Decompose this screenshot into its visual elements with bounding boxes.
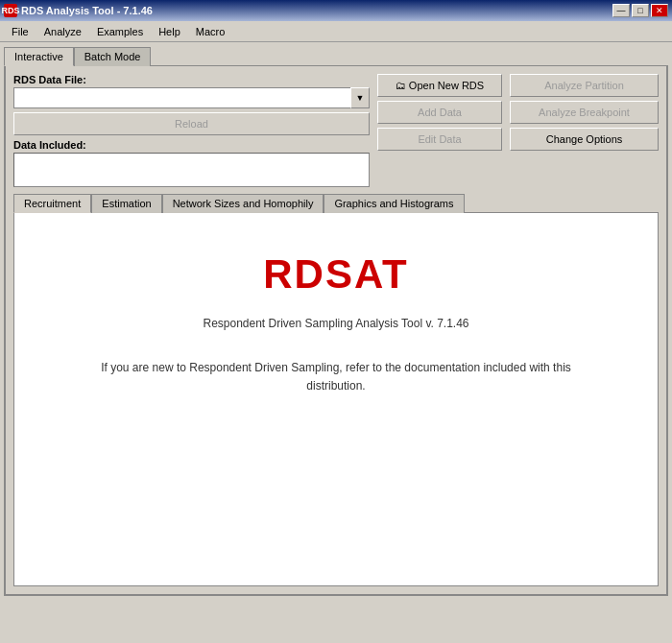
- rdsat-title: RDSAT: [263, 251, 409, 298]
- minimize-button[interactable]: —: [612, 4, 630, 17]
- tab-batch-mode[interactable]: Batch Mode: [74, 47, 152, 66]
- rdsat-subtitle: Respondent Driven Sampling Analysis Tool…: [203, 317, 468, 330]
- menu-help[interactable]: Help: [151, 24, 188, 39]
- data-included-label: Data Included:: [13, 139, 370, 151]
- menu-file[interactable]: File: [4, 24, 36, 39]
- data-included-box: [13, 153, 370, 187]
- rds-file-input[interactable]: [13, 87, 350, 108]
- top-section: RDS Data File: ▼ Reload Data Included: 🗂…: [13, 74, 659, 187]
- analyze-partition-button[interactable]: Analyze Partition: [510, 74, 659, 97]
- menu-bar: File Analyze Examples Help Macro: [0, 21, 672, 42]
- main-content: RDS Data File: ▼ Reload Data Included: 🗂…: [4, 65, 668, 596]
- tab-estimation[interactable]: Estimation: [91, 194, 161, 213]
- menu-examples[interactable]: Examples: [89, 24, 151, 39]
- title-bar-left: RDS RDS Analysis Tool - 7.1.46: [4, 4, 153, 17]
- tab-network-sizes[interactable]: Network Sizes and Homophily: [162, 194, 324, 213]
- close-button[interactable]: ✕: [651, 4, 668, 17]
- middle-buttons: 🗂 Open New RDS Add Data Edit Data: [377, 74, 502, 187]
- title-bar-controls: — □ ✕: [612, 4, 668, 17]
- menu-analyze[interactable]: Analyze: [36, 24, 89, 39]
- title-bar-text: RDS Analysis Tool - 7.1.46: [21, 5, 153, 16]
- rdsat-description: If you are new to Respondent Driven Samp…: [86, 359, 586, 395]
- content-panel: RDSAT Respondent Driven Sampling Analysi…: [13, 212, 659, 586]
- menu-macro[interactable]: Macro: [188, 24, 233, 39]
- file-dropdown-button[interactable]: ▼: [350, 87, 370, 108]
- title-bar: RDS RDS Analysis Tool - 7.1.46 — □ ✕: [0, 0, 672, 21]
- inner-tab-bar: Recruitment Estimation Network Sizes and…: [13, 193, 659, 212]
- edit-data-button[interactable]: Edit Data: [377, 128, 502, 151]
- app-icon: RDS: [4, 4, 17, 17]
- open-rds-icon: 🗂: [396, 80, 406, 91]
- left-form: RDS Data File: ▼ Reload Data Included:: [13, 74, 370, 187]
- change-options-button[interactable]: Change Options: [510, 128, 659, 151]
- tab-recruitment[interactable]: Recruitment: [13, 194, 91, 213]
- open-rds-button[interactable]: 🗂 Open New RDS: [377, 74, 502, 97]
- reload-button[interactable]: Reload: [13, 112, 370, 135]
- right-buttons: Analyze Partition Analyze Breakpoint Cha…: [510, 74, 659, 187]
- main-tab-bar: Interactive Batch Mode: [0, 42, 672, 65]
- add-data-button[interactable]: Add Data: [377, 101, 502, 124]
- rds-file-label: RDS Data File:: [13, 74, 370, 85]
- file-input-row: ▼: [13, 87, 370, 108]
- maximize-button[interactable]: □: [632, 4, 649, 17]
- tab-graphics[interactable]: Graphics and Histograms: [324, 194, 464, 213]
- analyze-breakpoint-button[interactable]: Analyze Breakpoint: [510, 101, 659, 124]
- tab-interactive[interactable]: Interactive: [4, 47, 74, 66]
